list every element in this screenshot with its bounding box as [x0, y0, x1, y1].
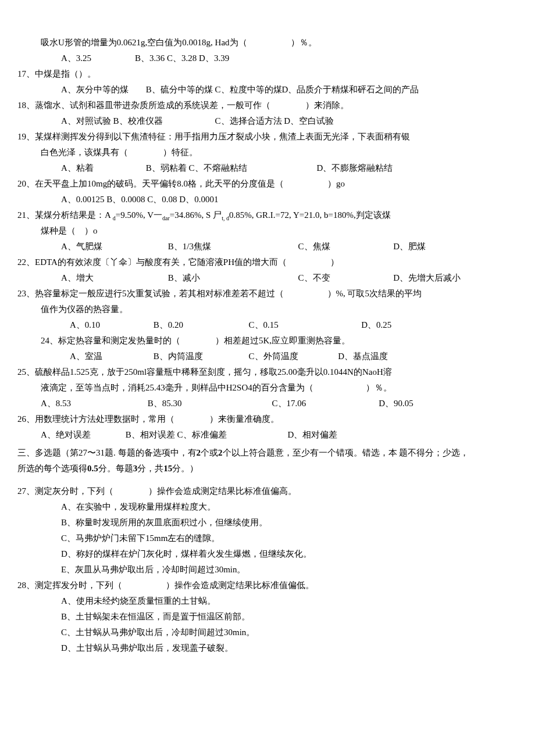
q17-opts: A、灰分中等的煤 B、硫分中等的煤 C、粒度中等的煤D、品质介于精煤和砰石之间的…: [17, 82, 506, 98]
q26-stem: 26、用数理统计方法处理数据时，常用（ ）来衡量准确度。: [17, 411, 506, 427]
q28-opt-b: B、土甘蜗架未在恒温区，而是置于恒温区前部。: [17, 609, 506, 625]
q21-opts: A、气肥煤 B、1/3焦煤 C、焦煤 D、肥煤: [17, 239, 506, 255]
q27-opt-c: C、马弗炉炉门未留下15mm左右的缝隙。: [17, 531, 506, 546]
q19-opts: A、粘着 B、弱粘着 C、不熔融粘结 D、不膨胀熔融粘结: [17, 160, 506, 176]
q25-opts: A、8.53 B、85.30 C、17.06 D、90.05: [17, 396, 506, 411]
q27-opt-e: E、灰皿从马弗炉取出后，冷却时间超过30min。: [17, 562, 506, 578]
section-3-heading: 三、多选题（第27〜31题. 每题的备选项中，有2个或2个以上符合题意，至少有一…: [17, 445, 506, 476]
q21-stem-2: 煤种是（ ）o: [17, 223, 506, 239]
q27-opt-a: A、在实验中，发现称量用煤样粒度大。: [17, 499, 506, 515]
q27-opt-b: B、称量时发现所用的灰皿底面积过小，但继续使用。: [17, 515, 506, 531]
q27-stem: 27、测定灰分时，下列（ ）操作会造成测定结果比标准值偏高。: [17, 483, 506, 499]
q22-opts: A、增大 B、减小 C、不变 D、先增大后减小: [17, 270, 506, 286]
q23-opts: A、0.10 B、0.20 C、0.15 D、0.25: [17, 317, 506, 333]
q24-opts: A、室温 B、内筒温度 C、外筒温度 D、基点温度: [17, 349, 506, 364]
q20-opts: A、0.00125 B、0.0008 C、0.08 D、0.0001: [17, 192, 506, 207]
q18-opts: A、对照试验 B、校准仪器 C、选择合适方法 D、空白试验: [17, 113, 506, 129]
q25-stem-2: 液滴定，至等当点时，消耗25.43毫升，则样品中H2SO4的百分含量为（ ）％。: [17, 380, 506, 396]
q28-opt-c: C、土甘蜗从马弗炉取出后，冷却时间超过30min。: [17, 625, 506, 640]
q23-stem-2: 值作为仪器的热容量。: [17, 302, 506, 317]
q16-stem-cont: 吸水U形管的增量为0.0621g,空白值为0.0018g, Had为（ ）％。: [17, 35, 506, 51]
q20-stem: 20、在天平盘上加10mg的破码。天平偏转8.0格，此天平的分度值是（ ）go: [17, 176, 506, 192]
q19-stem-2: 白色光泽，该煤具有（ ）特征。: [17, 145, 506, 160]
q28-opt-a: A、使用未经灼烧至质量恒重的土甘蜗。: [17, 593, 506, 609]
q26-opts: A、绝对误差 B、相对误差 C、标准偏差 D、相对偏差: [17, 427, 506, 443]
q22-stem: 22、EDTA的有效浓度〔丫伞〕与酸度有关，它随溶液PH值的增大而（ ）: [17, 255, 506, 270]
q16-opts: A、3.25 B、3.36 C、3.28 D、3.39: [17, 51, 506, 66]
q28-opt-d: D、土甘蜗从马弗炉取出后，发现盖子破裂。: [17, 640, 506, 656]
q24-stem: 24、标定热容量和测定发热量时的（ ）相差超过5K,应立即重测热容量。: [17, 333, 506, 349]
q19-stem-1: 19、某煤样测挥发分得到以下焦渣特征：用手指用力压才裂成小块，焦渣上表面无光泽，…: [17, 129, 506, 145]
q28-stem: 28、测定挥发分时，下列（ ）操作会造成测定结果比标准值偏低。: [17, 578, 506, 593]
q21-stem-1: 21、某煤分析结果是：A d=9.50%, V一dar=34.86%, S 尸t…: [17, 207, 506, 223]
q17-stem: 17、中煤是指（）。: [17, 66, 506, 82]
q18-stem: 18、蒸馏水、试剂和器皿带进杂质所造成的系统误差，一般可作（ ）来消除。: [17, 98, 506, 113]
q25-stem-1: 25、硫酸样品1.525克，放于250ml容量瓶中稀释至刻度，摇匀，移取25.0…: [17, 364, 506, 380]
q27-opt-d: D、称好的煤样在炉门灰化时，煤样着火发生爆燃，但继续灰化。: [17, 546, 506, 562]
q23-stem-1: 23、热容量标定一般应进行5次重复试验，若其相对标准差若不超过（ ）%, 可取5…: [17, 286, 506, 302]
